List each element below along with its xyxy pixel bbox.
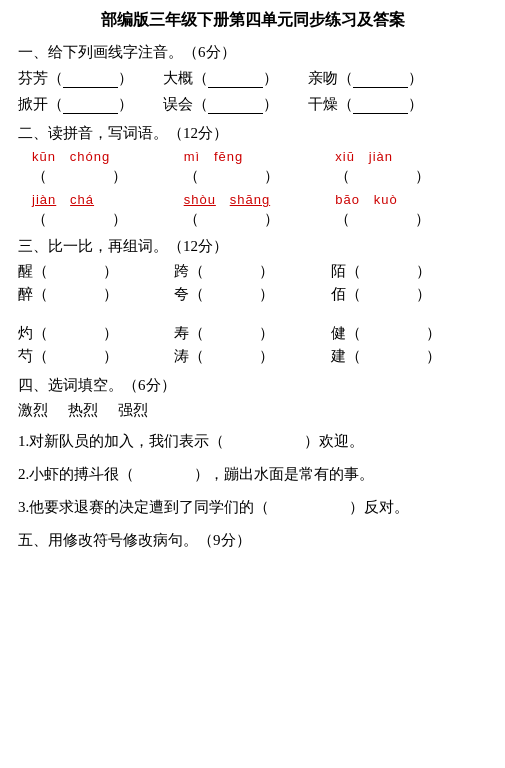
s3-blank11[interactable] xyxy=(204,348,259,366)
section2-answer-row2: （ ） （ ） （ ） xyxy=(32,209,487,229)
s1-blank6[interactable] xyxy=(353,94,408,114)
section3-row2: 醉（ ） 夸（ ） 佰（ ） xyxy=(18,285,487,304)
s1-item6: 干燥（ ） xyxy=(308,94,423,114)
fill-blank2[interactable] xyxy=(134,461,194,479)
section1-title: 一、给下列画线字注音。（6分） xyxy=(18,43,487,62)
ans1-cell3: （ ） xyxy=(335,166,487,186)
section3-row4: 芍（ ） 涛（ ） 建（ ） xyxy=(18,347,487,366)
section2-pinyin-row2: jiàn chá shòu shāng bāo kuò xyxy=(32,192,487,207)
section2-answer-row1: （ ） （ ） （ ） xyxy=(32,166,487,186)
s3-item8: 寿（ ） xyxy=(174,324,330,343)
py1-cell3: xiū jiàn xyxy=(335,149,487,164)
ans2-blank1[interactable] xyxy=(47,209,112,229)
s3-blank5[interactable] xyxy=(204,286,259,304)
ans1-cell2: （ ） xyxy=(184,166,336,186)
py2-cell2: shòu shāng xyxy=(184,192,336,207)
s3-item6: 佰（ ） xyxy=(331,285,487,304)
s3-blank8[interactable] xyxy=(204,325,259,343)
option2: 热烈 xyxy=(68,401,98,420)
sentence2: 2.小虾的搏斗很（），蹦出水面是常有的事。 xyxy=(18,461,487,488)
s3-item10: 芍（ ） xyxy=(18,347,174,366)
fill-blank3[interactable] xyxy=(269,494,349,512)
s3-blank12[interactable] xyxy=(361,348,426,366)
section3-row1: 醒（ ） 跨（ ） 陌（ ） xyxy=(18,262,487,281)
sentence1: 1.对新队员的加入，我们表示（）欢迎。 xyxy=(18,428,487,455)
section1-row2: 掀开（ ） 误会（ ） 干燥（ ） xyxy=(18,94,487,114)
ans1-blank3[interactable] xyxy=(350,166,415,186)
s1-blank1[interactable] xyxy=(63,68,118,88)
s3-item5: 夸（ ） xyxy=(174,285,330,304)
section1-row1: 芬芳（ ） 大概（ ） 亲吻（ ） xyxy=(18,68,487,88)
ans2-blank2[interactable] xyxy=(199,209,264,229)
section2-pinyin-row1: kūn chóng mì fēng xiū jiàn xyxy=(32,149,487,164)
ans2-cell2: （ ） xyxy=(184,209,336,229)
s1-blank2[interactable] xyxy=(208,68,263,88)
section5-title: 五、用修改符号修改病句。（9分） xyxy=(18,531,487,550)
s3-blank6[interactable] xyxy=(361,286,416,304)
s3-blank9[interactable] xyxy=(361,325,426,343)
s3-blank10[interactable] xyxy=(48,348,103,366)
s1-item4: 掀开（ ） xyxy=(18,94,133,114)
section3-title: 三、比一比，再组词。（12分） xyxy=(18,237,487,256)
s3-item1: 醒（ ） xyxy=(18,262,174,281)
py1-cell1: kūn chóng xyxy=(32,149,184,164)
section4-options: 激烈 热烈 强烈 xyxy=(18,401,487,420)
page-title: 部编版三年级下册第四单元同步练习及答案 xyxy=(18,10,487,31)
s3-item2: 跨（ ） xyxy=(174,262,330,281)
s1-item3: 亲吻（ ） xyxy=(308,68,423,88)
ans1-blank1[interactable] xyxy=(47,166,112,186)
s3-item11: 涛（ ） xyxy=(174,347,330,366)
s3-blank7[interactable] xyxy=(48,325,103,343)
s1-item2: 大概（ ） xyxy=(163,68,278,88)
s3-blank3[interactable] xyxy=(361,263,416,281)
option1: 激烈 xyxy=(18,401,48,420)
s1-blank3[interactable] xyxy=(353,68,408,88)
s1-blank4[interactable] xyxy=(63,94,118,114)
ans2-cell1: （ ） xyxy=(32,209,184,229)
ans2-cell3: （ ） xyxy=(335,209,487,229)
s3-blank2[interactable] xyxy=(204,263,259,281)
s3-item4: 醉（ ） xyxy=(18,285,174,304)
py1-cell2: mì fēng xyxy=(184,149,336,164)
option3: 强烈 xyxy=(118,401,148,420)
py2-cell1: jiàn chá xyxy=(32,192,184,207)
s3-item9: 健（ ） xyxy=(331,324,487,343)
ans1-blank2[interactable] xyxy=(199,166,264,186)
s1-blank5[interactable] xyxy=(208,94,263,114)
section3-row3: 灼（ ） 寿（ ） 健（ ） xyxy=(18,324,487,343)
s3-blank4[interactable] xyxy=(48,286,103,304)
sentence3: 3.他要求退赛的决定遭到了同学们的（）反对。 xyxy=(18,494,487,521)
s3-blank1[interactable] xyxy=(48,263,103,281)
section2-title: 二、读拼音，写词语。（12分） xyxy=(18,124,487,143)
ans2-blank3[interactable] xyxy=(350,209,415,229)
section4-title: 四、选词填空。（6分） xyxy=(18,376,487,395)
s3-item3: 陌（ ） xyxy=(331,262,487,281)
s1-item1: 芬芳（ ） xyxy=(18,68,133,88)
fill-blank1[interactable] xyxy=(224,428,304,446)
s1-item5: 误会（ ） xyxy=(163,94,278,114)
py2-cell3: bāo kuò xyxy=(335,192,487,207)
s3-item7: 灼（ ） xyxy=(18,324,174,343)
s3-item12: 建（ ） xyxy=(331,347,487,366)
ans1-cell1: （ ） xyxy=(32,166,184,186)
